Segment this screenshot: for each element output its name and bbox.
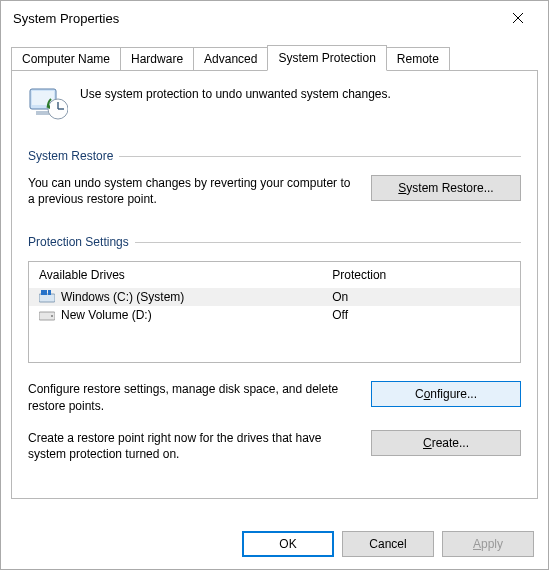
divider xyxy=(135,242,521,243)
close-icon xyxy=(513,13,523,23)
close-button[interactable] xyxy=(496,3,540,33)
tab-strip: Computer Name Hardware Advanced System P… xyxy=(11,45,538,70)
create-row: Create a restore point right now for the… xyxy=(28,430,521,462)
tab-panel-system-protection: Use system protection to undo unwanted s… xyxy=(11,70,538,499)
drive-row[interactable]: Windows (C:) (System) On xyxy=(29,288,520,306)
tab-computer-name[interactable]: Computer Name xyxy=(11,47,121,70)
tab-advanced[interactable]: Advanced xyxy=(193,47,268,70)
create-button[interactable]: Create... xyxy=(371,430,521,456)
intro-text: Use system protection to undo unwanted s… xyxy=(80,85,391,101)
group-protection-settings: Protection Settings xyxy=(28,235,521,249)
system-restore-button[interactable]: System Restore... xyxy=(371,175,521,201)
svg-rect-10 xyxy=(41,290,47,295)
system-restore-description: You can undo system changes by reverting… xyxy=(28,175,353,207)
drive-row[interactable]: New Volume (D:) Off xyxy=(29,306,520,324)
drive-name: Windows (C:) (System) xyxy=(61,290,332,304)
drive-protection: Off xyxy=(332,308,512,322)
drive-protection: On xyxy=(332,290,512,304)
group-label-restore: System Restore xyxy=(28,149,113,163)
configure-description: Configure restore settings, manage disk … xyxy=(28,381,353,413)
group-label-protection: Protection Settings xyxy=(28,235,129,249)
dialog-buttons: OK Cancel Apply xyxy=(1,521,548,569)
tabs-region: Computer Name Hardware Advanced System P… xyxy=(1,35,548,499)
drives-header-protection: Protection xyxy=(332,268,512,282)
system-properties-window: System Properties Computer Name Hardware… xyxy=(0,0,549,570)
svg-rect-11 xyxy=(48,290,51,295)
drives-list[interactable]: Available Drives Protection Windows (C:)… xyxy=(28,261,521,363)
configure-row: Configure restore settings, manage disk … xyxy=(28,381,521,413)
drives-header: Available Drives Protection xyxy=(29,262,520,288)
apply-button[interactable]: Apply xyxy=(442,531,534,557)
drive-windows-icon xyxy=(39,290,55,304)
drive-name: New Volume (D:) xyxy=(61,308,332,322)
system-protection-icon xyxy=(28,85,68,121)
configure-button[interactable]: Configure... xyxy=(371,381,521,407)
svg-rect-9 xyxy=(39,294,55,302)
system-restore-row: You can undo system changes by reverting… xyxy=(28,175,521,207)
intro-row: Use system protection to undo unwanted s… xyxy=(28,85,521,121)
spacer xyxy=(1,499,548,521)
tab-system-protection[interactable]: System Protection xyxy=(267,45,386,71)
titlebar: System Properties xyxy=(1,1,548,35)
svg-point-13 xyxy=(51,315,53,317)
cancel-button[interactable]: Cancel xyxy=(342,531,434,557)
group-system-restore: System Restore xyxy=(28,149,521,163)
window-title: System Properties xyxy=(13,11,496,26)
divider xyxy=(119,156,521,157)
tab-hardware[interactable]: Hardware xyxy=(120,47,194,70)
create-description: Create a restore point right now for the… xyxy=(28,430,353,462)
ok-button[interactable]: OK xyxy=(242,531,334,557)
drive-generic-icon xyxy=(39,308,55,322)
system-restore-button-label-rest: ystem Restore... xyxy=(406,181,493,195)
tab-remote[interactable]: Remote xyxy=(386,47,450,70)
drives-header-drive: Available Drives xyxy=(39,268,332,282)
